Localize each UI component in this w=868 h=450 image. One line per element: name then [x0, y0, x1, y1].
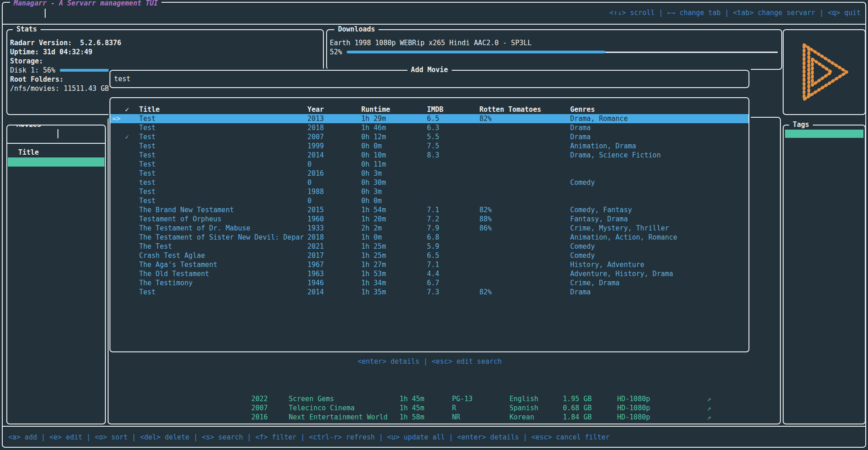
- movie-list-item[interactable]: A Quiet Place Part II: [8, 267, 104, 276]
- result-imdb: [427, 169, 479, 178]
- result-imdb: 7.1: [427, 205, 479, 215]
- movie-list-item[interactable]: A Quiet Place: [8, 258, 104, 267]
- top-help-text: <↑↓> scroll | ←→ change tab | <tab> chan…: [609, 9, 861, 17]
- header-genres[interactable]: Genres: [570, 105, 748, 114]
- result-year: 1988: [307, 187, 361, 196]
- movie-list-item[interactable]: The Conjuring 2: [8, 176, 104, 185]
- header-year[interactable]: Year: [307, 105, 361, 114]
- result-imdb: 7.1: [427, 260, 479, 269]
- header-imdb[interactable]: IMDB: [427, 105, 479, 114]
- result-row[interactable]: Test 1988 0h 3m: [110, 187, 748, 196]
- movie-list-item[interactable]: Train to Busan: [8, 413, 104, 422]
- movie-list-item[interactable]: Sinister 2: [8, 294, 104, 303]
- result-title: Test: [139, 141, 307, 151]
- result-row[interactable]: Testament of Orpheus 1960 1h 20m 7.2 88%…: [110, 215, 748, 224]
- result-runtime: 1h 27m: [361, 260, 427, 269]
- result-row[interactable]: Test 2014 1h 35m 7.3 82% Drama: [110, 288, 748, 297]
- result-row[interactable]: Test 0 0h 0m: [110, 196, 748, 205]
- result-row[interactable]: The Testament of Dr. Mabuse 1933 2h 2m 7…: [110, 224, 748, 233]
- movie-list-item[interactable]: The Girl with All the: [8, 386, 104, 395]
- result-added-check-icon: [122, 242, 139, 251]
- add-movie-popup: Add Movie test ✓ Title Year Runtime IMDB…: [109, 68, 751, 371]
- movies-table-row[interactable]: 2016 Next Entertainment World 1h 58m NR …: [109, 413, 780, 422]
- movie-list-item[interactable]: Slender Man: [8, 313, 104, 322]
- result-selection-marker: [110, 288, 122, 297]
- result-year: 2017: [307, 251, 361, 260]
- result-row[interactable]: The Test 2021 1h 25m 5.9 Comedy: [110, 242, 748, 251]
- movie-list-item[interactable]: The Witch: [8, 276, 104, 285]
- bottom-help-text: <a> add | <e> edit | <o> sort | <del> de…: [8, 433, 610, 441]
- movie-list-item[interactable]: Ma: [8, 322, 104, 331]
- result-year: 2014: [307, 151, 361, 160]
- header-runtime[interactable]: Runtime: [361, 105, 427, 114]
- movie-list-item[interactable]: The Conjuring: The De: [8, 185, 104, 194]
- result-row[interactable]: The Brand New Testament 2015 1h 54m 7.1 …: [110, 205, 748, 215]
- movie-certification: NR: [452, 413, 509, 422]
- result-title: Crash Test Aglae: [139, 251, 307, 260]
- movie-list-item[interactable]: The Orphanage: [8, 404, 104, 413]
- result-row[interactable]: Test 2018 1h 46m 6.3 Drama: [110, 123, 748, 132]
- movie-studio: Screen Gems: [289, 394, 400, 403]
- tags-selected-row[interactable]: [785, 130, 863, 138]
- movie-list-item[interactable]: Misery: [8, 358, 104, 367]
- result-row[interactable]: Test 1999 0h 0m 7.5 Animation, Drama: [110, 141, 748, 151]
- result-imdb: 5.9: [427, 242, 479, 251]
- movies-table-row[interactable]: 2007 Telecinco Cinema 1h 45m R Spanish 0…: [109, 403, 780, 413]
- movie-list-item[interactable]: mother!: [8, 331, 104, 340]
- result-year: 1967: [307, 260, 361, 269]
- movie-list-item[interactable]: The Invitation: [8, 395, 104, 404]
- monitored-arrow-icon: ⇗: [707, 394, 780, 403]
- movie-list-item[interactable]: Lights Out: [8, 367, 104, 377]
- result-row[interactable]: Test 2014 0h 10m 8.3 Drama, Science Fict…: [110, 151, 748, 160]
- result-added-check-icon: [122, 196, 139, 205]
- result-row[interactable]: test 0 0h 30m Comedy: [110, 178, 748, 187]
- movie-size: 1.95 GB: [563, 394, 617, 403]
- result-row[interactable]: The Old Testament 1963 1h 53m 4.4 Advent…: [110, 269, 748, 278]
- movie-list-item[interactable]: 1408: [8, 377, 104, 386]
- downloads-panel-title: Downloads: [334, 25, 379, 33]
- header-title[interactable]: Title: [139, 105, 307, 114]
- result-row[interactable]: Crash Test Aglae 2017 1h 25m 6.5 Comedy: [110, 251, 748, 260]
- movie-certification: R: [452, 403, 509, 413]
- movie-list-item[interactable]: Alien: [8, 221, 104, 230]
- results-rows: => Test 2013 1h 29m 6.5 82% Drama, Roman…: [110, 114, 748, 297]
- result-runtime: 0h 10m: [361, 151, 427, 160]
- movie-list-item[interactable]: The Conjuring: [8, 167, 104, 176]
- result-row[interactable]: => Test 2013 1h 29m 6.5 82% Drama, Roman…: [110, 114, 748, 123]
- movie-list-item[interactable]: The Martian: [8, 203, 104, 212]
- result-row[interactable]: The Testament of Sister New Devil: Depar…: [110, 233, 748, 242]
- result-title: The Aga's Testament: [139, 260, 307, 269]
- result-added-check-icon: [122, 233, 139, 242]
- movie-list-item[interactable]: The Thing: [8, 212, 104, 221]
- movie-list-item[interactable]: Nope: [8, 240, 104, 249]
- result-runtime: 1h 35m: [361, 288, 427, 297]
- result-year: 0: [307, 196, 361, 205]
- result-row[interactable]: ✓ Test 2007 0h 12m 5.5 Drama: [110, 132, 748, 141]
- result-genres: Drama: [570, 132, 748, 141]
- download-item[interactable]: Earth 1998 1080p WEBRip x265 Hindi AAC2.…: [330, 38, 779, 47]
- movie-list-item[interactable]: Sinister: [8, 285, 104, 294]
- movie-list-item[interactable]: Firestarter: [8, 349, 104, 358]
- result-added-check-icon: [122, 123, 139, 132]
- movie-list-item[interactable]: => Dune: [8, 157, 104, 167]
- header-marker-cell: [110, 105, 122, 114]
- movie-list-item[interactable]: Gone with the Wind: [8, 249, 104, 258]
- monitored-arrow-icon: ⇗: [707, 413, 780, 422]
- result-selection-marker: [110, 187, 122, 196]
- result-title: Test: [139, 187, 307, 196]
- topbar-divider: [2, 24, 866, 25]
- header-rotten-tomatoes[interactable]: Rotten Tomatoes: [479, 105, 570, 114]
- disk-usage-label: Disk 1: 56%: [10, 66, 55, 75]
- movie-list-item[interactable]: Us: [8, 303, 104, 313]
- result-row[interactable]: The Aga's Testament 1967 1h 27m 7.1 Hist…: [110, 260, 748, 269]
- result-row[interactable]: The Testimony 1946 1h 34m 6.7 Crime, Dra…: [110, 278, 748, 288]
- result-row[interactable]: Test 2016 0h 3m: [110, 169, 748, 178]
- movie-list-item[interactable]: Life: [8, 230, 104, 240]
- movies-tabs: [10, 129, 14, 138]
- movie-size: 0.68 GB: [563, 403, 617, 413]
- movies-table-row[interactable]: 2022 Screen Gems 1h 45m PG-13 English 1.…: [109, 394, 780, 403]
- movie-list-item[interactable]: Incantation: [8, 340, 104, 349]
- result-row[interactable]: Test 0 0h 11m: [110, 160, 748, 169]
- movie-list-item[interactable]: Inception: [8, 194, 104, 203]
- movies-panel-title: Movies: [13, 125, 45, 129]
